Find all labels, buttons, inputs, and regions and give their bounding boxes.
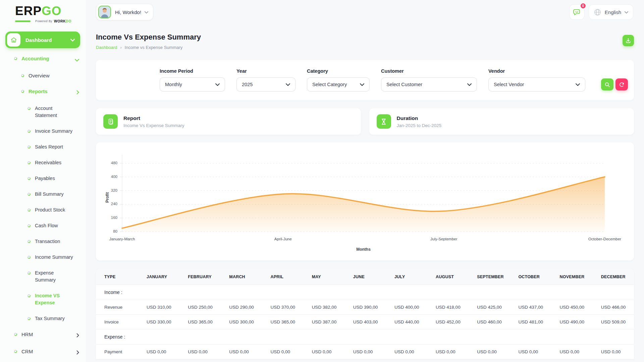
table-cell: USD 387,00 bbox=[304, 315, 345, 329]
sidebar-item-sales-report[interactable]: Sales Report bbox=[0, 139, 86, 155]
powered-by-text: Powered By bbox=[35, 19, 52, 23]
sidebar-item-bill-summary[interactable]: Bill Summary bbox=[0, 186, 86, 202]
breadcrumb-link-dashboard[interactable]: Dashboard bbox=[96, 45, 117, 50]
svg-text:July-September: July-September bbox=[430, 237, 458, 241]
table-cell: USD 490,00 bbox=[551, 315, 593, 329]
column-header-february: FEBRUARY bbox=[179, 269, 221, 285]
chevron-down-icon bbox=[215, 81, 220, 87]
notification-badge: 0 bbox=[580, 3, 586, 9]
report-card-title: Report bbox=[123, 115, 184, 121]
table-cell: USD 460,00 bbox=[469, 315, 510, 329]
bullet-icon bbox=[27, 317, 31, 320]
sidebar-item-product-stock[interactable]: Product Stock bbox=[0, 202, 86, 218]
sidebar-item-label: HRM bbox=[21, 331, 33, 338]
sidebar-item-dashboard[interactable]: Dashboard bbox=[5, 32, 80, 48]
income-period-select[interactable]: Monthly bbox=[160, 77, 225, 92]
income-expense-table: TYPEJANUARYFEBRUARYMARCHAPRILMAYJUNEJULY… bbox=[96, 269, 634, 359]
profit-area-chart: 80160240320400480January-MarchApril-June… bbox=[100, 150, 630, 256]
chevron-down-icon bbox=[286, 81, 290, 87]
sidebar-item-cash-flow[interactable]: Cash Flow bbox=[0, 218, 86, 234]
sidebar-item-income-summary[interactable]: Income Summary bbox=[0, 249, 86, 265]
table-cell: USD 437,00 bbox=[510, 300, 551, 315]
sidebar-item-expense-summary[interactable]: Expense Summary bbox=[0, 265, 86, 288]
bullet-icon bbox=[27, 145, 31, 149]
table-cell: USD 400,00 bbox=[386, 300, 427, 315]
sidebar-item-hrm[interactable]: HRM bbox=[0, 326, 86, 344]
column-header-march: MARCH bbox=[221, 269, 262, 285]
table-cell: USD 250,00 bbox=[179, 300, 221, 315]
brand-logo: ERPGO Powered By WORKDO bbox=[0, 0, 86, 23]
bullet-icon bbox=[27, 161, 31, 165]
sidebar-item-invoice-summary[interactable]: Invoice Summary bbox=[0, 123, 86, 139]
filter-label: Customer bbox=[381, 68, 477, 74]
svg-text:Profit: Profit bbox=[105, 192, 110, 202]
powered-brand-dark: WORK bbox=[54, 19, 66, 23]
notifications-button[interactable]: 0 bbox=[569, 4, 585, 20]
selected-value: Select Vendor bbox=[494, 82, 524, 87]
sidebar-item-accounting[interactable]: Accounting bbox=[0, 51, 86, 68]
table-cell: USD 0,00 bbox=[427, 345, 469, 359]
filter-label: Year bbox=[236, 68, 296, 74]
sidebar-item-reports[interactable]: Reports bbox=[0, 83, 86, 101]
filter-label: Income Period bbox=[160, 68, 225, 74]
section-label: Expense : bbox=[96, 329, 634, 345]
user-menu-button[interactable]: Hi, Workdo! bbox=[96, 4, 153, 20]
report-document-icon bbox=[103, 114, 118, 129]
customer-select[interactable]: Select Customer bbox=[381, 77, 477, 92]
table-section-row-income: Income : bbox=[96, 285, 634, 300]
filter-group-income-period: Income PeriodMonthly bbox=[160, 68, 225, 92]
category-select[interactable]: Select Category bbox=[307, 77, 370, 92]
brand-name-primary: ERP bbox=[15, 4, 42, 18]
apply-filter-button[interactable] bbox=[601, 78, 613, 90]
download-button[interactable] bbox=[623, 35, 634, 46]
sidebar-item-payables[interactable]: Payables bbox=[0, 171, 86, 186]
svg-text:April-June: April-June bbox=[274, 237, 292, 241]
duration-card-subtitle: Jan-2025 to Dec-2025 bbox=[397, 123, 442, 128]
sidebar-item-income-vs-expense[interactable]: Income VS Expense bbox=[0, 288, 86, 311]
chevron-right-icon bbox=[76, 349, 79, 356]
table-cell: USD 0,00 bbox=[179, 345, 221, 359]
sidebar-item-tax-summary[interactable]: Tax Summary bbox=[0, 311, 86, 326]
table-cell: USD 0,00 bbox=[138, 345, 179, 359]
year-select[interactable]: 2025 bbox=[236, 77, 296, 92]
filter-group-customer: CustomerSelect Customer bbox=[381, 68, 477, 92]
sidebar-item-label: Invoice Summary bbox=[35, 128, 72, 135]
sidebar-item-overview[interactable]: Overview bbox=[0, 68, 86, 83]
sidebar-item-transaction[interactable]: Transaction bbox=[0, 234, 86, 249]
powered-by-brand: WORKDO bbox=[54, 19, 71, 23]
table-cell: USD 0,00 bbox=[345, 345, 386, 359]
sidebar-item-crm[interactable]: CRM bbox=[0, 344, 86, 361]
language-label: English bbox=[605, 9, 621, 15]
brand-name: ERPGO bbox=[15, 5, 86, 17]
table-row-revenue: RevenueUSD 310,00USD 250,00USD 290,00USD… bbox=[96, 300, 634, 315]
report-card: Report Income Vs Expense Summary bbox=[96, 108, 361, 135]
search-icon bbox=[604, 82, 610, 87]
table-header-row: TYPEJANUARYFEBRUARYMARCHAPRILMAYJUNEJULY… bbox=[96, 269, 634, 285]
selected-value: Select Category bbox=[312, 82, 347, 87]
filter-actions bbox=[601, 78, 628, 92]
table-cell: USD 0,00 bbox=[593, 345, 634, 359]
sidebar-item-account-statement[interactable]: Account Statement bbox=[0, 101, 86, 123]
bullet-icon bbox=[14, 350, 17, 353]
powered-brand-accent: DO bbox=[66, 19, 71, 23]
income-expense-table-card: TYPEJANUARYFEBRUARYMARCHAPRILMAYJUNEJULY… bbox=[96, 269, 634, 359]
bullet-icon bbox=[27, 192, 31, 196]
table-cell: USD 0,00 bbox=[386, 345, 427, 359]
filter-group-vendor: VendorSelect Vendor bbox=[488, 68, 585, 92]
table-cell: USD 365,00 bbox=[262, 315, 303, 329]
reset-filter-button[interactable] bbox=[615, 78, 628, 90]
sidebar-item-receivables[interactable]: Receivables bbox=[0, 155, 86, 171]
column-header-april: APRIL bbox=[262, 269, 303, 285]
sidebar-item-label: Income VS Expense bbox=[35, 292, 75, 306]
brand-underline-bar bbox=[15, 20, 31, 22]
language-selector[interactable]: English bbox=[589, 4, 633, 20]
bullet-icon bbox=[27, 224, 31, 228]
selected-value: Monthly bbox=[165, 82, 182, 87]
vendor-select[interactable]: Select Vendor bbox=[488, 77, 585, 92]
table-cell: USD 466,00 bbox=[593, 300, 634, 315]
table-cell: USD 481,00 bbox=[510, 315, 551, 329]
column-header-may: MAY bbox=[304, 269, 345, 285]
breadcrumb: Dashboard › Income vs Expense Summary bbox=[96, 45, 201, 50]
svg-text:80: 80 bbox=[113, 229, 117, 233]
sidebar-item-label: Expense Summary bbox=[35, 269, 75, 284]
